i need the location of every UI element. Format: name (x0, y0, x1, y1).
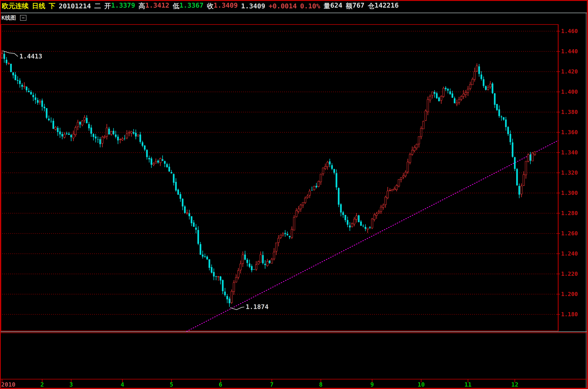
price-tick-label: 1.260 (561, 230, 578, 237)
price-tick-label: 1.460 (561, 28, 578, 34)
price-tick-label: 1.180 (561, 311, 578, 318)
time-tick-label: 2 (40, 381, 44, 388)
price-tick-label: 1.320 (561, 169, 578, 176)
window-border-left (0, 0, 1, 389)
chart-svg: 1.44131.18741.4601.4401.4201.4001.3801.3… (0, 0, 588, 389)
time-tick-label: 10 (418, 381, 425, 388)
time-tick-label: 12 (511, 381, 518, 388)
time-tick-label: 11 (464, 381, 472, 388)
price-tick-label: 1.200 (561, 291, 578, 297)
price-tick-label: 1.280 (561, 210, 578, 216)
window-border-top (0, 0, 588, 1)
window-border-right (587, 0, 588, 389)
price-tick-label: 1.380 (561, 109, 578, 115)
price-tick-label: 1.240 (561, 250, 578, 257)
chart-plot-area[interactable] (1, 24, 558, 331)
time-tick-label: 5 (170, 381, 173, 388)
price-tick-label: 1.340 (561, 149, 578, 156)
app-window: 欧元连续日线下20101214二开1.3379高1.3412低1.3367收1.… (0, 0, 588, 389)
price-tick-label: 1.400 (561, 89, 578, 95)
price-tick-label: 1.420 (561, 68, 578, 75)
time-tick-label: 7 (270, 381, 273, 388)
window-border-bottom (0, 388, 588, 389)
time-tick-label: 8 (319, 381, 323, 388)
time-tick-label: 6 (219, 381, 222, 388)
price-tick-label: 1.300 (561, 190, 578, 196)
time-tick-label: 9 (370, 381, 374, 388)
price-tick-label: 1.360 (561, 129, 578, 135)
time-tick-label: 2010 (1, 381, 15, 388)
price-tick-label: 1.440 (561, 48, 578, 55)
time-tick-label: 4 (121, 381, 124, 388)
time-tick-label: 3 (69, 381, 73, 388)
price-tick-label: 1.220 (561, 271, 578, 277)
